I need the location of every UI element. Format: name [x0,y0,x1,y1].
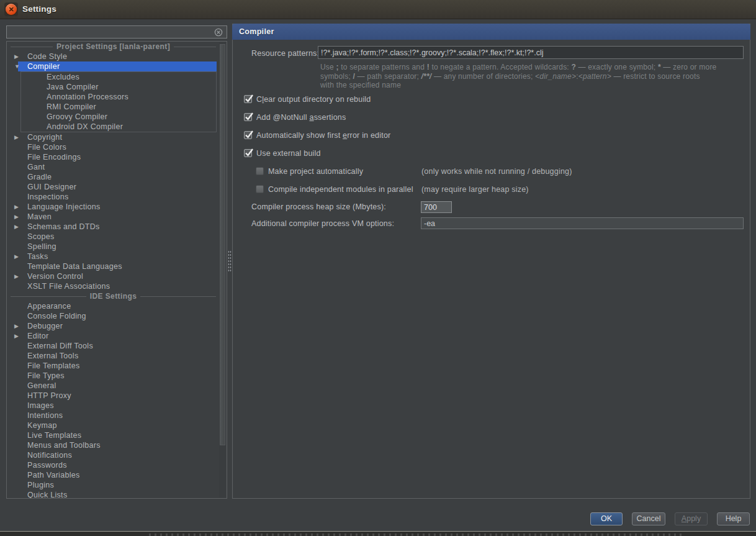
tree-scrollbar-track[interactable] [219,42,226,497]
compiler-settings-panel: Compiler Resource patterns: Use ; to sep… [232,24,750,499]
tree-item-groovy-compiler[interactable]: Groovy Compiler [21,112,216,122]
tree-item-file-encodings[interactable]: File Encodings [7,152,220,162]
tree-item-gradle[interactable]: Gradle [7,172,220,182]
tree-item-schemas-and-dtds[interactable]: ▶Schemas and DTDs [7,222,220,232]
tree-item-label: Live Templates [7,430,220,440]
tree-item-path-variables[interactable]: Path Variables [7,470,220,480]
settings-search-box[interactable] [6,25,227,39]
tree-item-notifications[interactable]: Notifications [7,450,220,460]
help-button[interactable]: Help [717,512,750,525]
tree-item-images[interactable]: Images [7,401,220,411]
tree-item-label: Menus and Toolbars [7,440,220,450]
tree-item-gant[interactable]: Gant [7,162,220,172]
tree-item-spelling[interactable]: Spelling [7,242,220,252]
tree-item-tasks[interactable]: ▶Tasks [7,252,220,261]
tree-item-label: Annotation Processors [21,92,216,102]
tree-item-file-types[interactable]: File Types [7,371,220,381]
tree-item-external-tools[interactable]: External Tools [7,351,220,361]
checkbox-label-pre: Add @NotNull [256,113,309,122]
tree-item-label: GUI Designer [7,182,220,192]
hint-text-segment: /**/ [421,72,432,81]
cancel-button[interactable]: Cancel [632,512,665,525]
tree-item-android-dx-compiler[interactable]: Android DX Compiler [21,122,216,132]
tree-item-appearance[interactable]: Appearance [7,301,220,311]
checkbox-row-compile-independent-modules-in-parallel[interactable]: Compile independent modules in parallel(… [233,184,749,194]
vm-options-input[interactable] [421,217,744,229]
tree-item-console-folding[interactable]: Console Folding [7,311,220,321]
checked-checkbox-use-external-build[interactable] [244,149,252,157]
tree-item-file-templates[interactable]: File Templates [7,361,220,371]
close-icon[interactable]: ✕ [6,4,17,15]
ok-button[interactable]: OK [590,512,623,525]
tree-item-rmi-compiler[interactable]: RMI Compiler [21,102,216,112]
tree-item-label: File Colors [7,142,220,152]
tree-item-passwords[interactable]: Passwords [7,460,220,470]
tree-item-template-data-languages[interactable]: Template Data Languages [7,261,220,271]
apply-button[interactable]: Apply [675,512,708,525]
tree-item-label: External Diff Tools [7,341,220,351]
tree-item-intentions[interactable]: Intentions [7,411,220,420]
clear-search-icon[interactable] [214,28,223,37]
settings-tree-panel: Project Settings [lanla-parent]▶Code Sty… [6,41,227,499]
tree-item-inspections[interactable]: Inspections [7,192,220,202]
tree-item-scopes[interactable]: Scopes [7,232,220,242]
checked-checkbox-clear-output-directory-on-rebuild[interactable] [244,95,252,103]
tree-item-quick-lists[interactable]: Quick Lists [7,490,220,499]
tree-item-label: Plugins [7,480,220,490]
tree-item-code-style[interactable]: ▶Code Style [7,52,220,61]
tree-item-java-compiler[interactable]: Java Compiler [21,82,216,92]
heap-size-input[interactable] [421,201,452,213]
tree-item-label: Compiler [7,61,220,71]
checkbox-label-pre: Make project automatically [268,167,363,176]
tree-item-label: Appearance [7,301,220,311]
panel-splitter[interactable] [228,250,232,273]
checkmark-icon [245,111,254,122]
tree-item-annotation-processors[interactable]: Annotation Processors [21,92,216,102]
tree-item-keymap[interactable]: Keymap [7,420,220,430]
checkbox-row-clear-output-directory-on-rebuild[interactable]: Clear output directory on rebuild [233,94,749,104]
tree-item-gui-designer[interactable]: GUI Designer [7,182,220,192]
tree-item-label: File Encodings [7,152,220,162]
tree-item-copyright[interactable]: ▶Copyright [7,132,220,142]
tree-item-debugger[interactable]: ▶Debugger [7,321,220,331]
tree-item-general[interactable]: General [7,381,220,391]
tree-item-label: Language Injections [7,202,220,212]
section-header-line [140,296,216,297]
tree-item-label: Android DX Compiler [21,122,216,132]
tree-item-compiler[interactable]: ▼Compiler [7,61,220,71]
tree-scrollbar-thumb[interactable] [220,44,225,445]
settings-dialog: ✕ Settings Project Settings [lanla-paren… [0,0,756,536]
tree-item-live-templates[interactable]: Live Templates [7,430,220,440]
checked-checkbox-automatically-show-first-error-in-editor[interactable] [244,131,252,139]
unchecked-checkbox-compile-independent-modules-in-parallel[interactable] [256,185,264,193]
tree-item-label: HTTP Proxy [7,391,220,401]
checkmark-icon [245,93,254,104]
tree-item-language-injections[interactable]: ▶Language Injections [7,202,220,212]
title-bar[interactable]: ✕ Settings [0,0,756,19]
tree-item-version-control[interactable]: ▶Version Control [7,271,220,281]
resource-patterns-input[interactable] [318,46,744,59]
tree-item-label: Java Compiler [21,82,216,92]
tree-item-label: Gradle [7,172,220,182]
tree-item-label: File Types [7,371,220,381]
tree-item-external-diff-tools[interactable]: External Diff Tools [7,341,220,351]
window-title: Settings [22,0,56,19]
checkbox-note: (may require larger heap size) [421,184,529,194]
checked-checkbox-add-notnull-assertions[interactable] [244,113,252,121]
tree-item-label: Inspections [7,192,220,202]
tree-item-http-proxy[interactable]: HTTP Proxy [7,391,220,401]
tree-item-maven[interactable]: ▶Maven [7,212,220,222]
checkbox-row-automatically-show-first-error-in-editor[interactable]: Automatically show first error in editor [233,130,749,140]
checkbox-row-use-external-build[interactable]: Use external build [233,148,749,158]
tree-item-plugins[interactable]: Plugins [7,480,220,490]
tree-item-xslt-file-associations[interactable]: XSLT File Associations [7,281,220,291]
tree-item-editor[interactable]: ▶Editor [7,331,220,341]
checkbox-row-make-project-automatically[interactable]: Make project automatically(only works wh… [233,166,749,176]
unchecked-checkbox-make-project-automatically[interactable] [256,167,264,175]
checkbox-row-add-notnull-assertions[interactable]: Add @NotNull assertions [233,112,749,122]
tree-item-menus-and-toolbars[interactable]: Menus and Toolbars [7,440,220,450]
tree-item-label: Gant [7,162,220,172]
tree-item-excludes[interactable]: Excludes [21,72,216,82]
tree-item-file-colors[interactable]: File Colors [7,142,220,152]
search-input[interactable] [8,27,215,39]
